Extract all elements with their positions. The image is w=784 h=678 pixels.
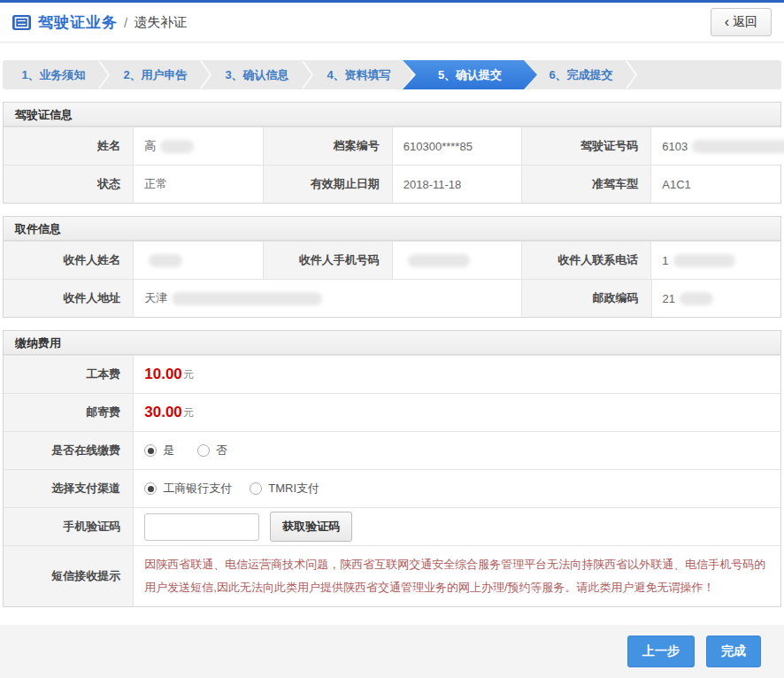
radio-label: TMRI支付 (268, 481, 319, 497)
recipient-address-value: 天津 (133, 280, 521, 317)
fees-section: 缴纳费用 工本费 10.00 元 邮寄费 30.00 元 是否在线缴费 是 否 (3, 330, 781, 607)
table-row: 是否在线缴费 是 否 (4, 431, 780, 469)
online-pay-options: 是 否 (133, 432, 780, 469)
recipient-mobile-value (392, 242, 521, 279)
recipient-mobile-label: 收件人手机号码 (263, 242, 392, 279)
step-navigation: 1、业务须知 2、用户申告 3、确认信息 4、资料填写 5、确认提交 6、完成提… (0, 42, 784, 89)
redacted-value (149, 254, 182, 267)
previous-step-button[interactable]: 上一步 (627, 636, 695, 667)
recipient-name-value (133, 242, 262, 279)
license-number-label: 驾驶证号码 (521, 127, 650, 165)
redacted-value (692, 140, 784, 153)
radio-icon (144, 444, 157, 457)
step-chevron-icon (302, 60, 314, 89)
postal-code-value: 21 (651, 280, 780, 317)
step-label: 5、确认提交 (438, 67, 502, 83)
radio-label: 是 (163, 443, 174, 458)
work-fee-unit: 元 (183, 367, 194, 382)
back-arrow-icon: ‹ (725, 15, 729, 29)
get-code-button[interactable]: 获取验证码 (270, 512, 352, 542)
post-fee-label: 邮寄费 (4, 394, 133, 431)
work-fee-amount: 10.00 (144, 366, 182, 383)
step-1-notice[interactable]: 1、业务须知 (3, 60, 104, 89)
license-number-value: 6103 (650, 127, 784, 165)
step-chevron-icon (626, 60, 638, 89)
name-value: 高 (133, 127, 262, 165)
recipient-address-label: 收件人地址 (4, 280, 133, 317)
vehicle-class-label: 准驾车型 (521, 166, 650, 203)
sms-code-field: 获取验证码 (133, 508, 780, 545)
table-row: 工本费 10.00 元 (4, 355, 780, 393)
radio-label: 否 (216, 443, 227, 458)
radio-label: 工商银行支付 (163, 481, 232, 497)
radio-icon (144, 482, 157, 495)
page-title: 驾驶证业务 (38, 12, 118, 33)
table-row: 手机验证码 获取验证码 (4, 507, 780, 545)
work-fee-label: 工本费 (4, 356, 133, 393)
step-label: 6、完成提交 (549, 67, 612, 83)
file-number-label: 档案编号 (263, 127, 392, 165)
breadcrumb-current: 遗失补证 (134, 14, 187, 31)
radio-icon (197, 444, 210, 457)
step-2-declare[interactable]: 2、用户申告 (104, 60, 206, 89)
redacted-value (160, 140, 194, 153)
post-fee-value: 30.00 元 (133, 394, 780, 431)
status-label: 状态 (4, 166, 133, 203)
back-button[interactable]: ‹ 返回 (711, 8, 772, 36)
section-title: 缴纳费用 (4, 331, 780, 355)
work-fee-value: 10.00 元 (133, 356, 780, 393)
step-3-confirm-info[interactable]: 3、确认信息 (206, 60, 308, 89)
online-pay-label: 是否在线缴费 (4, 432, 133, 469)
post-fee-amount: 30.00 (144, 404, 182, 421)
redacted-value (172, 292, 322, 305)
recipient-phone-label: 收件人联系电话 (521, 242, 650, 279)
section-title: 取件信息 (4, 217, 780, 241)
step-5-confirm-submit[interactable]: 5、确认提交 (403, 60, 537, 89)
radio-icon (250, 482, 262, 495)
step-chevron-icon (98, 60, 111, 89)
step-chevron-icon (200, 60, 212, 89)
finish-button[interactable]: 完成 (706, 636, 761, 667)
list-icon (12, 15, 31, 30)
breadcrumb-separator: / (124, 15, 127, 30)
table-row: 姓名 高 档案编号 610300****85 驾驶证号码 6103 (4, 127, 780, 165)
table-row: 状态 正常 有效期止日期 2018-11-18 准驾车型 A1C1 (4, 165, 780, 203)
radio-online-no[interactable]: 否 (197, 443, 227, 458)
sms-code-label: 手机验证码 (4, 508, 133, 545)
radio-channel-tmri[interactable]: TMRI支付 (250, 481, 319, 497)
redacted-value (673, 254, 735, 267)
pay-channel-options: 工商银行支付 TMRI支付 (133, 470, 780, 507)
sms-notice-text: 因陕西省联通、电信运营商技术问题，陕西省互联网交通安全综合服务管理平台无法向持陕… (133, 546, 780, 606)
radio-channel-icbc[interactable]: 工商银行支付 (144, 481, 232, 497)
table-row: 收件人地址 天津 邮政编码 21 (4, 279, 780, 317)
pay-channel-label: 选择支付渠道 (4, 470, 133, 507)
expiry-value: 2018-11-18 (392, 166, 521, 203)
table-row: 邮寄费 30.00 元 (4, 393, 780, 431)
redacted-value (680, 292, 713, 305)
name-label: 姓名 (4, 127, 133, 165)
table-row: 选择支付渠道 工商银行支付 TMRI支付 (4, 469, 780, 507)
redacted-value (408, 254, 470, 267)
step-label: 4、资料填写 (327, 67, 390, 83)
back-button-label: 返回 (733, 14, 757, 30)
sms-code-input[interactable] (144, 513, 259, 541)
step-label: 3、确认信息 (225, 67, 288, 83)
sms-notice-label: 短信接收提示 (4, 546, 133, 606)
radio-online-yes[interactable]: 是 (144, 443, 174, 458)
step-4-fill-data[interactable]: 4、资料填写 (308, 60, 410, 89)
section-title: 驾驶证信息 (4, 103, 780, 127)
pickup-info-section: 取件信息 收件人姓名 收件人手机号码 收件人联系电话 1 收件人地址 天津 邮政… (3, 216, 781, 318)
table-row: 收件人姓名 收件人手机号码 收件人联系电话 1 (4, 241, 780, 279)
license-info-section: 驾驶证信息 姓名 高 档案编号 610300****85 驾驶证号码 6103 … (3, 102, 781, 204)
recipient-phone-value: 1 (650, 242, 780, 279)
step-6-complete[interactable]: 6、完成提交 (530, 60, 632, 89)
step-label: 1、业务须知 (21, 67, 85, 83)
post-fee-unit: 元 (183, 405, 194, 420)
vehicle-class-value: A1C1 (650, 166, 780, 203)
recipient-name-label: 收件人姓名 (4, 242, 133, 279)
footer-action-bar: 上一步 完成 (0, 625, 784, 678)
table-row: 短信接收提示 因陕西省联通、电信运营商技术问题，陕西省互联网交通安全综合服务管理… (4, 545, 780, 606)
expiry-label: 有效期止日期 (263, 166, 392, 203)
page-header: 驾驶证业务 / 遗失补证 ‹ 返回 (0, 3, 784, 42)
step-label: 2、用户申告 (123, 67, 187, 83)
